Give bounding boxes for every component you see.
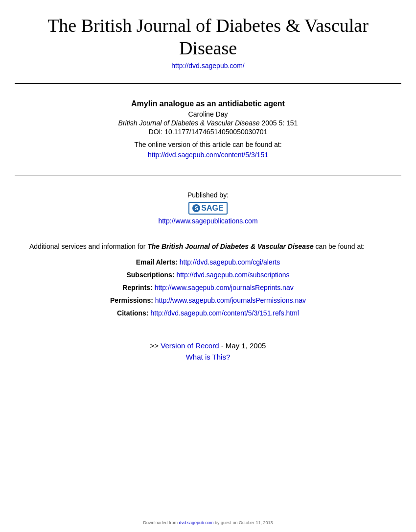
permissions-link[interactable]: http://www.sagepub.com/journalsPermissio…: [155, 296, 306, 304]
additional-intro-after: can be found at:: [314, 242, 365, 250]
citations-label: Citations:: [117, 309, 149, 317]
service-row-permissions: Permissions: http://www.sagepub.com/jour…: [29, 296, 387, 304]
page-container: The British Journal of Diabetes & Vascul…: [0, 0, 416, 532]
footer-text-after: by guest on October 11, 2013: [214, 520, 273, 525]
published-section: Published by: SSAGE http://www.sagepubli…: [0, 181, 416, 235]
article-info-section: Amylin analogue as an antidiabetic agent…: [0, 90, 416, 169]
article-doi: DOI: 10.1177/14746514050050030701: [39, 128, 377, 136]
online-version-link[interactable]: http://dvd.sagepub.com/content/5/3/151: [148, 151, 268, 159]
version-line: >> Version of Record - May 1, 2005: [20, 341, 396, 350]
version-section: >> Version of Record - May 1, 2005 What …: [0, 329, 416, 366]
reprints-label: Reprints:: [122, 284, 152, 291]
service-row-subscriptions: Subscriptions: http://dvd.sagepub.com/su…: [29, 271, 387, 279]
online-version-text: The online version of this article can b…: [39, 141, 377, 148]
footer-text-before: Downloaded from: [143, 520, 179, 525]
sage-logo-text: SAGE: [201, 204, 223, 213]
version-of-record-link[interactable]: Version of Record: [161, 341, 219, 350]
what-is-this-link[interactable]: What is This?: [20, 353, 396, 361]
article-year-vol: 2005 5: 151: [261, 119, 298, 127]
subscriptions-link[interactable]: http://dvd.sagepub.com/subscriptions: [176, 271, 289, 279]
version-date: - May 1, 2005: [219, 341, 266, 350]
sage-logo-inner: SSAGE: [188, 202, 227, 215]
divider-top: [15, 83, 401, 84]
service-row-reprints: Reprints: http://www.sagepub.com/journal…: [29, 284, 387, 291]
permissions-label: Permissions:: [110, 296, 153, 304]
journal-url-link[interactable]: http://dvd.sagepub.com/: [171, 62, 244, 70]
additional-journal-name: The British Journal of Diabetes & Vascul…: [147, 242, 314, 250]
subscriptions-label: Subscriptions:: [126, 271, 174, 279]
article-journal: British Journal of Diabetes & Vascular D…: [39, 119, 377, 127]
version-prefix: >>: [150, 341, 161, 350]
additional-intro-before: Additional services and information for: [29, 242, 147, 250]
footer-section: Downloaded from dvd.sagepub.com by guest…: [0, 517, 416, 526]
sage-logo: SSAGE: [188, 202, 227, 215]
article-journal-name: British Journal of Diabetes & Vascular D…: [118, 119, 260, 127]
additional-services-section: Additional services and information for …: [0, 235, 416, 329]
citations-link[interactable]: http://dvd.sagepub.com/content/5/3/151.r…: [150, 309, 299, 317]
article-author: Caroline Day: [39, 110, 377, 118]
email-alerts-label: Email Alerts:: [136, 258, 178, 266]
footer-url-link[interactable]: dvd.sagepub.com: [179, 520, 213, 525]
published-by-text: Published by:: [20, 191, 396, 199]
service-row-email: Email Alerts: http://dvd.sagepub.com/cgi…: [29, 258, 387, 266]
article-title: Amylin analogue as an antidiabetic agent: [39, 99, 377, 108]
additional-services-title: Additional services and information for …: [29, 242, 387, 250]
service-row-citations: Citations: http://dvd.sagepub.com/conten…: [29, 309, 387, 317]
sage-logo-circle: S: [192, 204, 200, 212]
email-alerts-link[interactable]: http://dvd.sagepub.com/cgi/alerts: [180, 258, 280, 266]
header-section: The British Journal of Diabetes & Vascul…: [0, 0, 416, 77]
sage-pub-link[interactable]: http://www.sagepublications.com: [158, 217, 257, 225]
reprints-link[interactable]: http://www.sagepub.com/journalsReprints.…: [155, 284, 294, 291]
divider-middle: [15, 175, 401, 175]
journal-title: The British Journal of Diabetes & Vascul…: [20, 15, 396, 59]
